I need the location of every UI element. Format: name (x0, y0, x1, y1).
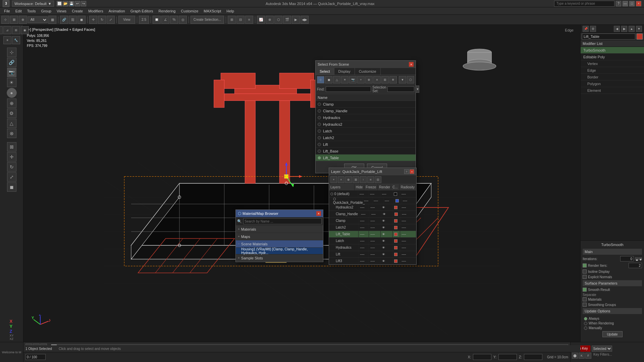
modifier-vertex[interactable]: Vertex (581, 60, 644, 67)
rotate-icon-btn[interactable]: ↻ (7, 162, 16, 172)
render-iters-check[interactable] (583, 263, 587, 267)
set-filters-btn[interactable]: F (585, 353, 591, 359)
modifier-edge[interactable]: Edge (581, 67, 644, 74)
explicit-normals-check[interactable] (583, 275, 587, 279)
undo-btn[interactable]: ↩ (75, 1, 80, 6)
render-last[interactable]: ◀▶ (301, 16, 309, 24)
pin-btn[interactable]: 📌 (583, 26, 589, 32)
surface-params-section[interactable]: Surface Parameters (583, 280, 642, 286)
z-coord-input[interactable] (524, 354, 542, 360)
modifier-turbosmooth[interactable]: TurboSmooth (581, 47, 644, 54)
sfs-all-btn[interactable]: ⊹ (317, 76, 324, 83)
spinner-snap[interactable]: ◎ (179, 16, 187, 24)
sfs-item-lift-table[interactable]: Lift_Table (316, 155, 416, 161)
arrow-down-btn[interactable]: ▼ (636, 26, 642, 32)
tool-link[interactable]: 🔗 (60, 16, 68, 24)
new-btn[interactable]: ⬜ (57, 1, 62, 6)
sfs-selset-btn[interactable]: ▼ (416, 85, 419, 93)
sfs-hl-col-btn[interactable]: ⬡ (407, 76, 414, 83)
modifier-element[interactable]: Element (581, 87, 644, 94)
sfs-bones-btn[interactable]: ≡ (373, 76, 381, 83)
mb-scene-materials-section[interactable]: − Scene Materials (236, 240, 323, 248)
modify-icon-btn[interactable]: ◼ (7, 182, 16, 192)
camera-btn[interactable]: 📷 (7, 68, 16, 77)
sfs-geo-btn[interactable]: ◼ (325, 76, 332, 83)
snap-toggle[interactable]: 🔲 (153, 16, 161, 24)
menu-create[interactable]: Create (69, 7, 86, 14)
mirror-btn[interactable]: ⊞ (228, 16, 236, 24)
lm-row-latch2[interactable]: Latch2 ---- ---- 👁 ---- (329, 224, 416, 231)
menu-edit[interactable]: Edit (13, 7, 24, 14)
save-btn[interactable]: 💾 (69, 1, 74, 6)
iterations-input[interactable] (620, 256, 634, 261)
create-panel-btn[interactable]: + (0, 26, 3, 34)
menu-modifiers[interactable]: Modifiers (86, 7, 106, 14)
sfs-item-latch[interactable]: Latch (316, 128, 416, 134)
menu-views[interactable]: Views (54, 7, 69, 14)
update-options-section[interactable]: Update Options (583, 308, 642, 314)
update-btn[interactable]: Update (602, 331, 623, 337)
render-setup[interactable]: 🎬 (283, 16, 291, 24)
sphere-btn[interactable]: ● (7, 88, 17, 98)
when-rendering-radio[interactable] (584, 322, 587, 325)
sfs-shapes-btn[interactable]: △ (333, 76, 340, 83)
box-select-btn[interactable]: ⊠ (7, 142, 16, 152)
mb-close-btn[interactable]: × (316, 211, 321, 216)
tool-bind[interactable]: ◼ (77, 16, 86, 24)
lm-row-lift3[interactable]: Lift3 ---- ---- 👁 ---- (329, 258, 416, 264)
sfs-find-input[interactable] (326, 86, 371, 92)
lm-help-btn[interactable]: ? (404, 169, 409, 174)
sfs-tab-customize[interactable]: Customize (355, 68, 381, 75)
align-btn[interactable]: ⊟ (236, 16, 245, 24)
arrow-right-btn[interactable]: ▶ (621, 26, 627, 32)
lm-sel-layer-btn[interactable]: ⊞ (353, 176, 359, 183)
mb-titlebar[interactable]: ⬡ Material/Map Browser × (236, 210, 323, 217)
mat-editor[interactable]: ⬡ (274, 16, 282, 24)
move-icon-btn[interactable]: ✛ (7, 152, 16, 162)
sfs-lights-btn[interactable]: ☀ (341, 76, 348, 83)
light-btn[interactable]: ☀ (7, 78, 16, 87)
lm-move-sel-btn[interactable]: ↑ (360, 176, 367, 183)
sfs-item-hydraulics[interactable]: Hydraulics (316, 114, 416, 121)
lm-row-clamp-handle[interactable]: Clamp_Handle ---- ---- 👁 ---- (329, 211, 416, 218)
schematic-view[interactable]: ⊗ (266, 16, 274, 24)
lm-add-sel-btn[interactable]: ⊕ (345, 176, 352, 183)
lm-close-btn[interactable]: × (410, 169, 414, 174)
frame-input[interactable] (25, 354, 46, 360)
iter-up[interactable]: ▲ (635, 257, 638, 260)
tool-unlink[interactable]: ⛓ (69, 16, 77, 24)
manually-radio[interactable] (584, 326, 587, 330)
menu-rendering[interactable]: Rendering (156, 7, 178, 14)
lm-row-default[interactable]: ⬡ 0 (default) ---- ---- ---- ---- (329, 191, 416, 197)
sfs-helpers-btn[interactable]: + (357, 76, 365, 83)
isoline-check[interactable] (583, 269, 587, 274)
smoothing-check[interactable] (583, 303, 587, 307)
config-btn[interactable]: ⚙ (590, 26, 596, 32)
lm-props-btn[interactable]: ≡ (367, 176, 374, 183)
render-iters-input[interactable] (629, 263, 642, 268)
select-tool-btn[interactable]: ⊹ (7, 48, 16, 57)
select-filter-btn[interactable]: ▦ (48, 16, 56, 24)
viewport[interactable]: [+] [Perspective] [Shaded + Edged Faces]… (23, 25, 580, 342)
mb-scene-material-item[interactable]: Housing1 (VRayMtl) [Clamp, Clamp_Handle,… (236, 248, 323, 254)
system-btn[interactable]: ⚙ (7, 109, 16, 118)
layer-mgr[interactable]: ≡ (245, 16, 253, 24)
sfs-close-btn[interactable]: × (409, 62, 414, 67)
view-btn[interactable]: View (118, 16, 135, 24)
key-mode-btn[interactable]: ⬤ (572, 353, 578, 359)
open-btn[interactable]: 📂 (63, 1, 68, 6)
search-input[interactable] (554, 1, 614, 7)
mb-search-input[interactable] (243, 218, 322, 224)
lm-titlebar[interactable]: Layer: QuickJack_Portable_Lift ? × (329, 168, 416, 175)
sfs-selset-input[interactable] (387, 86, 414, 92)
move-btn[interactable]: ⊕ (19, 16, 27, 24)
create-sel-set[interactable]: Create Selection... (191, 16, 224, 24)
select-region-btn[interactable]: ⊠ (10, 16, 18, 24)
modify-panel-btn[interactable]: ⊿ (3, 26, 11, 34)
mb-materials-section[interactable]: + Materials (236, 226, 323, 233)
sfs-tab-display[interactable]: Display (334, 68, 355, 75)
angle-snap[interactable]: ∠ (161, 16, 169, 24)
arrow-up-btn[interactable]: ▲ (629, 26, 635, 32)
menu-maxscript[interactable]: MAXScript (201, 7, 224, 14)
object-name-input[interactable] (582, 34, 635, 40)
